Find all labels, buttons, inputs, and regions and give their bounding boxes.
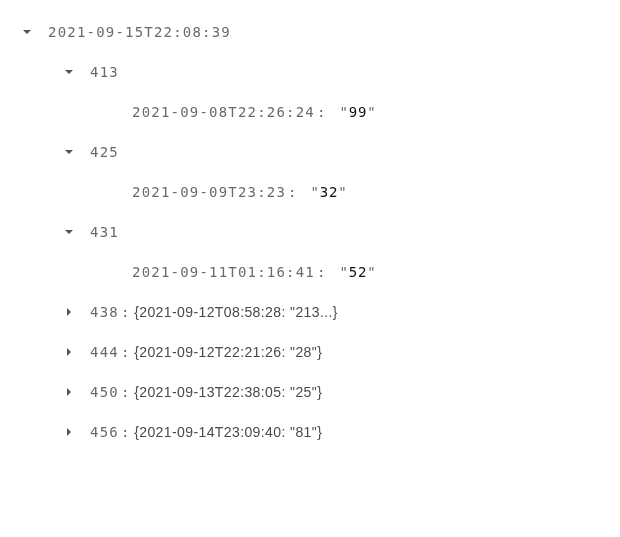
- colon: :: [317, 104, 326, 120]
- tree-row-431[interactable]: 431: [20, 212, 600, 252]
- quote-close: ": [367, 264, 376, 280]
- tree-preview: {2021-09-12T22:21:26: "28"}: [134, 344, 322, 360]
- colon: :: [121, 344, 130, 360]
- quote-close: ": [338, 184, 347, 200]
- chevron-right-icon[interactable]: [62, 425, 76, 439]
- tree-leaf-431[interactable]: 2021-09-11T01:16:41 : " 52 ": [20, 252, 600, 292]
- tree-leaf-value: 32: [320, 184, 338, 200]
- colon: :: [288, 184, 297, 200]
- tree-key: 450: [90, 384, 119, 400]
- chevron-down-icon[interactable]: [20, 25, 34, 39]
- tree-key: 438: [90, 304, 119, 320]
- tree-key-root: 2021-09-15T22:08:39: [48, 24, 231, 40]
- tree-key: 431: [90, 224, 119, 240]
- tree-key: 413: [90, 64, 119, 80]
- tree-leaf-key: 2021-09-09T23:23: [132, 184, 286, 200]
- tree-leaf-key: 2021-09-08T22:26:24: [132, 104, 315, 120]
- chevron-down-icon[interactable]: [62, 65, 76, 79]
- colon: :: [317, 264, 326, 280]
- quote-open: ": [330, 104, 348, 120]
- quote-close: ": [367, 104, 376, 120]
- tree-leaf-413[interactable]: 2021-09-08T22:26:24 : " 99 ": [20, 92, 600, 132]
- tree-leaf-value: 52: [349, 264, 367, 280]
- tree-row-450[interactable]: 450 : {2021-09-13T22:38:05: "25"}: [20, 372, 600, 412]
- chevron-down-icon[interactable]: [62, 145, 76, 159]
- tree-key: 444: [90, 344, 119, 360]
- tree-preview: {2021-09-14T23:09:40: "81"}: [134, 424, 322, 440]
- tree-leaf-value: 99: [349, 104, 367, 120]
- quote-open: ": [301, 184, 319, 200]
- tree-row-438[interactable]: 438 : {2021-09-12T08:58:28: "213...}: [20, 292, 600, 332]
- chevron-down-icon[interactable]: [62, 225, 76, 239]
- tree-row-413[interactable]: 413: [20, 52, 600, 92]
- chevron-right-icon[interactable]: [62, 305, 76, 319]
- tree-row-root[interactable]: 2021-09-15T22:08:39: [20, 12, 600, 52]
- tree-row-444[interactable]: 444 : {2021-09-12T22:21:26: "28"}: [20, 332, 600, 372]
- chevron-right-icon[interactable]: [62, 385, 76, 399]
- tree-leaf-key: 2021-09-11T01:16:41: [132, 264, 315, 280]
- tree-leaf-425[interactable]: 2021-09-09T23:23 : " 32 ": [20, 172, 600, 212]
- chevron-right-icon[interactable]: [62, 345, 76, 359]
- tree-row-456[interactable]: 456 : {2021-09-14T23:09:40: "81"}: [20, 412, 600, 452]
- colon: :: [121, 384, 130, 400]
- quote-open: ": [330, 264, 348, 280]
- colon: :: [121, 304, 130, 320]
- tree-key: 456: [90, 424, 119, 440]
- tree-preview: {2021-09-12T08:58:28: "213...}: [134, 304, 338, 320]
- tree-key: 425: [90, 144, 119, 160]
- colon: :: [121, 424, 130, 440]
- tree-row-425[interactable]: 425: [20, 132, 600, 172]
- tree-preview: {2021-09-13T22:38:05: "25"}: [134, 384, 322, 400]
